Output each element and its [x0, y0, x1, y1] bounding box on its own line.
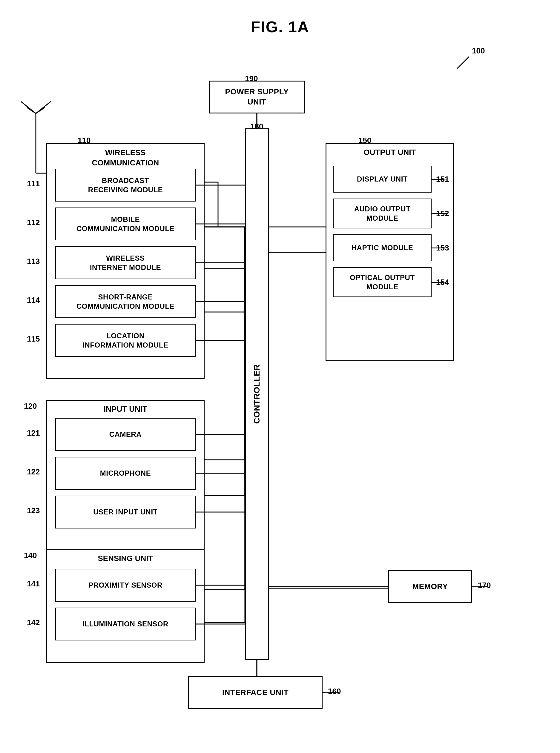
label-150: 150 — [358, 136, 371, 145]
label-140: 140 — [24, 551, 37, 560]
box-location-info: LOCATIONINFORMATION MODULE — [55, 324, 196, 357]
label-100: 100 — [472, 46, 485, 56]
box-illumination: ILLUMINATION SENSOR — [55, 608, 196, 640]
box-short-range: SHORT-RANGECOMMUNICATION MODULE — [55, 285, 196, 318]
box-wireless-internet: WIRELESSINTERNET MODULE — [55, 246, 196, 279]
label-123: 123 — [27, 506, 40, 515]
box-sensing-unit — [46, 549, 205, 663]
label-115: 115 — [27, 334, 40, 344]
box-optical: OPTICAL OUTPUTMODULE — [333, 267, 432, 297]
label-122: 122 — [27, 467, 40, 476]
box-proximity: PROXIMITY SENSOR — [55, 569, 196, 602]
label-114: 114 — [27, 296, 40, 305]
diagram-container: FIG. 1A 100 — [0, 0, 560, 753]
label-120: 120 — [24, 402, 37, 411]
figure-title: FIG. 1A — [251, 18, 309, 36]
box-user-input: USER INPUT UNIT — [55, 496, 196, 528]
sensing-unit-label: SENSING UNIT — [49, 554, 202, 563]
box-controller: CONTROLLER — [245, 128, 269, 660]
box-haptic: HAPTIC MODULE — [333, 235, 432, 261]
label-190: 190 — [245, 74, 258, 83]
label-160: 160 — [328, 687, 341, 696]
box-audio: AUDIO OUTPUTMODULE — [333, 199, 432, 228]
svg-line-31 — [27, 107, 36, 114]
svg-line-0 — [457, 57, 469, 69]
label-141: 141 — [27, 579, 40, 589]
label-111: 111 — [27, 179, 40, 188]
box-power-supply: POWER SUPPLYUNIT — [209, 81, 305, 114]
box-display: DISPLAY UNIT — [333, 166, 432, 192]
label-121: 121 — [27, 428, 40, 438]
label-110: 110 — [78, 136, 91, 145]
box-microphone: MICROPHONE — [55, 457, 196, 490]
box-interface: INTERFACE UNIT — [188, 676, 323, 709]
box-broadcast: BROADCASTRECEIVING MODULE — [55, 169, 196, 202]
label-180: 180 — [250, 122, 263, 131]
label-113: 113 — [27, 257, 40, 266]
box-camera: CAMERA — [55, 418, 196, 451]
box-mobile-comm: MOBILECOMMUNICATION MODULE — [55, 207, 196, 240]
label-112: 112 — [27, 218, 40, 227]
label-142: 142 — [27, 618, 40, 627]
label-170: 170 — [478, 581, 491, 590]
input-unit-label: INPUT UNIT — [49, 405, 202, 414]
output-unit-label: OUTPUT UNIT — [328, 148, 451, 157]
box-memory: MEMORY — [388, 570, 472, 603]
svg-line-32 — [36, 107, 45, 114]
